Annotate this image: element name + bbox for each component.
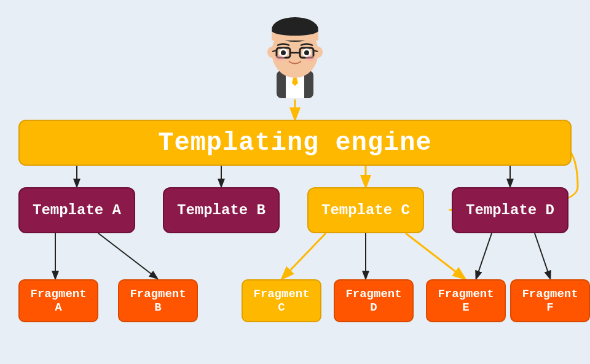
engine-box: Templating engine: [18, 120, 572, 166]
fragment-e-box: FragmentE: [426, 279, 506, 322]
fragment-b-label: FragmentB: [130, 287, 186, 314]
svg-point-7: [272, 26, 318, 36]
fragment-a-box: FragmentA: [18, 279, 98, 322]
template-c-box: Template C: [307, 187, 424, 233]
avatar: [255, 6, 335, 98]
template-b-label: Template B: [177, 202, 266, 219]
svg-point-20: [305, 55, 315, 61]
template-a-label: Template A: [33, 202, 121, 219]
fragment-e-label: FragmentE: [438, 287, 494, 314]
fragment-c-box: FragmentC: [242, 279, 321, 322]
svg-line-29: [406, 233, 464, 278]
fragment-d-box: FragmentD: [334, 279, 414, 322]
fragment-f-box: FragmentF: [510, 279, 590, 322]
svg-point-18: [304, 50, 309, 55]
svg-line-30: [476, 233, 492, 278]
svg-point-9: [314, 47, 323, 58]
engine-label: Templating engine: [158, 128, 431, 158]
svg-line-26: [98, 233, 157, 278]
fragment-f-label: FragmentF: [522, 287, 578, 314]
svg-point-19: [275, 55, 285, 61]
svg-point-17: [281, 50, 286, 55]
diagram-container: Templating engine Template A Template B …: [0, 0, 590, 364]
fragment-b-box: FragmentB: [118, 279, 198, 322]
template-d-box: Template D: [452, 187, 568, 233]
template-c-label: Template C: [321, 202, 410, 219]
fragment-d-label: FragmentD: [345, 287, 401, 314]
template-d-label: Template D: [466, 202, 554, 219]
svg-line-27: [283, 233, 326, 278]
fragment-c-label: FragmentC: [253, 287, 309, 314]
template-a-box: Template A: [18, 187, 135, 233]
svg-line-31: [535, 233, 550, 278]
fragment-a-label: FragmentA: [30, 287, 86, 314]
svg-point-8: [267, 47, 276, 58]
template-b-box: Template B: [163, 187, 280, 233]
